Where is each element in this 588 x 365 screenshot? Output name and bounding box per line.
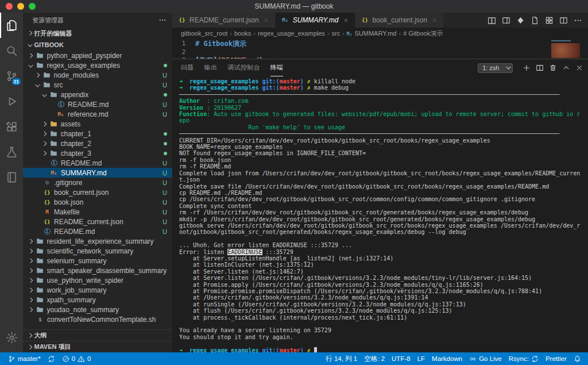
testing-icon[interactable] <box>0 139 23 164</box>
tab-summary-md[interactable]: M↓SUMMARY.md <box>276 13 355 28</box>
split-editor-icon[interactable] <box>559 16 568 25</box>
breadcrumb-item-books[interactable]: books <box>234 30 251 37</box>
explorer-icon[interactable] <box>0 13 23 38</box>
format-document-icon[interactable] <box>516 16 525 25</box>
tree-item-makefile[interactable]: MMakefileU <box>23 207 172 217</box>
tree-item-readme-md[interactable]: iREADME.mdU <box>23 158 172 168</box>
minimap-text-line <box>551 40 571 41</box>
terminal-line: You should stop it and try again. <box>179 334 582 340</box>
kill-terminal-icon[interactable] <box>549 64 557 72</box>
open-preview-icon[interactable] <box>488 16 496 25</box>
open-editors-section-header[interactable]: 打开的编辑器 <box>23 28 172 39</box>
minimap[interactable] <box>551 40 580 58</box>
tree-item-readme-current-json[interactable]: {}README_current.jsonU <box>23 217 172 226</box>
notifications[interactable] <box>570 352 585 365</box>
new-terminal-icon[interactable] <box>523 64 531 72</box>
tree-item-chapter-1[interactable]: chapter_1 <box>23 129 172 139</box>
open-changes-icon[interactable] <box>502 16 510 25</box>
indentation[interactable]: 空格: 2 <box>361 352 388 365</box>
folder-icon <box>49 91 59 98</box>
editor[interactable]: 1# Gitbook演示23[教程](README.md) <box>172 39 588 59</box>
tree-item-assets[interactable]: assets <box>23 119 172 129</box>
tree-item-book-json[interactable]: {}book.jsonU <box>23 197 172 207</box>
notebook-icon[interactable] <box>0 164 23 190</box>
encoding[interactable]: UTF-8 <box>388 352 414 365</box>
tab-book-current-json[interactable]: {}book_current.json <box>355 13 444 28</box>
tree-item-node-modules[interactable]: node_modulesU <box>23 70 172 80</box>
terminal[interactable]: ➜ regex_usage_examples git:(master) ✗ ki… <box>172 76 588 352</box>
close-tab-icon[interactable] <box>262 16 270 24</box>
breadcrumb-item-src[interactable]: src <box>332 30 341 37</box>
language-mode[interactable]: Markdown <box>428 352 466 365</box>
git-branch-status[interactable]: master* <box>5 352 44 365</box>
folder-icon <box>36 237 45 245</box>
tree-item-reference-md[interactable]: M↓reference.mdU <box>23 109 172 119</box>
cursor-position[interactable]: 行 14, 列 1 <box>322 352 361 365</box>
tree-item-use-python-write-spider[interactable]: use_python_write_spider <box>23 275 172 285</box>
tree-item-readme-md[interactable]: iREADME.mdU <box>23 226 172 236</box>
zoom-window-button[interactable] <box>29 3 36 10</box>
breadcrumb-item-gitbook-src-root[interactable]: gitbook_src_root <box>181 30 227 37</box>
tree-item-smart-speaker-disassemble-summary[interactable]: smart_speaker_disassemble_summary <box>23 266 172 275</box>
extensions-icon[interactable] <box>0 114 23 139</box>
editor-grid-icon[interactable] <box>545 16 554 25</box>
more-actions-icon[interactable] <box>158 16 167 24</box>
tree-item-regex-usage-examples[interactable]: regex_usage_examples <box>23 60 172 70</box>
minimize-window-button[interactable] <box>17 3 24 10</box>
breadcrumb-item-regex-usage-examples[interactable]: regex_usage_examples <box>258 30 325 37</box>
tree-item-scientific-network-summary[interactable]: scientific_network_summary <box>23 246 172 256</box>
close-tab-icon[interactable] <box>431 16 439 24</box>
more-actions-icon[interactable] <box>574 16 582 25</box>
settings-icon[interactable] <box>0 325 23 350</box>
sync-status[interactable] <box>44 352 59 365</box>
tree-item-chapter-3[interactable]: chapter_3 <box>23 148 172 158</box>
line-text: [教程](README.md) <box>195 56 263 59</box>
tree-item-gitignore[interactable]: ⚙.gitignoreU <box>23 178 172 187</box>
eol[interactable]: LF <box>414 352 428 365</box>
split-terminal-icon[interactable] <box>536 64 544 72</box>
maven-section-header[interactable]: MAVEN 项目 <box>23 341 172 352</box>
gitbook-section-header[interactable]: GITBOOK <box>23 39 172 51</box>
breadcrumb-item-gitbook[interactable]: # Gitbook演示 <box>403 29 443 38</box>
panel-tab-2[interactable]: 输出 <box>204 59 218 76</box>
tree-item-selenium-summary[interactable]: selenium_summary <box>23 256 172 266</box>
tree-item-book-current-json[interactable]: {}book_current.jsonU <box>23 187 172 197</box>
run-and-debug-icon[interactable] <box>0 89 23 114</box>
tree-item-readme-md[interactable]: iREADME.mdU <box>23 99 172 109</box>
terminal-line: at Promise.apply (/Users/crifan/.gitbook… <box>179 282 582 288</box>
maximize-panel-icon[interactable] <box>562 64 570 72</box>
close-window-button[interactable] <box>6 3 13 10</box>
prettier[interactable]: Prettier <box>542 352 570 365</box>
panel-tab-1[interactable]: 问题 <box>181 59 194 76</box>
tree-item-work-job-summary[interactable]: work_job_summary <box>23 285 172 295</box>
panel-tab-3[interactable]: 调试控制台 <box>227 59 260 76</box>
git-status-badge: U <box>159 189 167 196</box>
folder-icon <box>36 247 45 255</box>
rsync-status[interactable]: Rsync: <box>505 352 542 365</box>
tree-item-chapter-2[interactable]: chapter_2 <box>23 139 172 148</box>
tree-item-resident-life-experience-summary[interactable]: resident_life_experience_summary <box>23 236 172 246</box>
tree-item-xpath-summary[interactable]: xpath_summary <box>23 295 172 305</box>
tree-item-python-appied-pyspider[interactable]: python_appied_pyspider <box>23 51 172 60</box>
problems-status[interactable]: 00 <box>59 352 95 365</box>
tab-readme-current-json[interactable]: {}README_current.json <box>172 13 276 28</box>
terminal-picker[interactable]: 1: zsh <box>478 63 513 73</box>
terminal-line: Complete save file /Users/crifan/dev/dev… <box>179 183 582 190</box>
tree-item-label: chapter_2 <box>61 140 91 148</box>
breadcrumb-item-summary-md[interactable]: M↓SUMMARY.md <box>347 30 397 37</box>
outline-section-header[interactable]: 大纲 <box>23 329 172 341</box>
close-panel-icon[interactable] <box>575 64 583 72</box>
terminal-line: Author : crifan.com <box>179 98 582 104</box>
tree-item-appendix[interactable]: appendix <box>23 90 172 99</box>
close-tab-icon[interactable] <box>342 16 350 24</box>
tree-item-label: resident_life_experience_summary <box>47 237 154 245</box>
go-live[interactable]: Go Live <box>466 352 505 365</box>
tree-item-src[interactable]: srcU <box>23 80 172 90</box>
panel-tab-4[interactable]: 终端 <box>270 59 284 76</box>
source-control-icon[interactable]: 21 <box>0 63 23 89</box>
tree-item-summary-md[interactable]: M↓SUMMARY.mdU <box>23 168 172 178</box>
tree-item-converttonewcommontemplate-sh[interactable]: $convertToNewCommonTemplate.sh <box>23 314 172 324</box>
search-icon[interactable] <box>0 38 23 63</box>
tree-item-youdao-note-summary[interactable]: youdao_note_summary <box>23 305 172 314</box>
open-file-icon[interactable] <box>531 16 539 25</box>
